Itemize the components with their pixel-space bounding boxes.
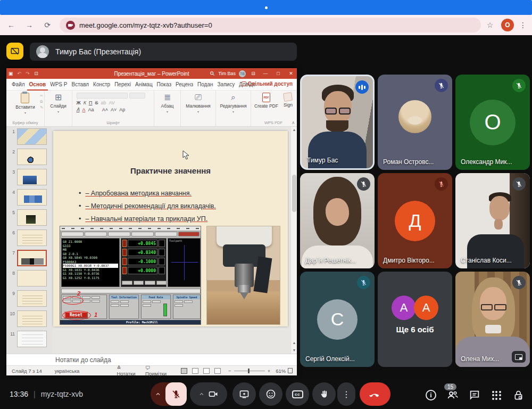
browser-menu-icon[interactable]: ⋮ [517, 21, 529, 29]
tile-oleksandr[interactable]: O Олександр Мик... [455, 75, 530, 170]
ppt-menu-tab[interactable]: Реценз [173, 79, 195, 91]
mic-options-chevron-icon[interactable] [151, 391, 165, 397]
forward-icon[interactable]: → [22, 18, 36, 32]
activities-button[interactable] [490, 389, 503, 402]
slide-thumbnail[interactable]: 4 [9, 189, 52, 206]
ppt-menu-tab[interactable]: Файл [10, 79, 27, 91]
tile-serhii[interactable]: C Сергій Олексій... [300, 272, 375, 367]
tile-darya[interactable]: Дар`я Решетнік... [300, 173, 375, 268]
slideshow-view-icon[interactable] [214, 368, 221, 374]
tile-stanislav[interactable]: Станіслав Коси... [455, 173, 530, 268]
mic-button[interactable] [151, 382, 187, 406]
slide-thumbnail[interactable]: 5 [9, 209, 52, 226]
sorter-view-icon[interactable] [192, 368, 198, 374]
paste-button[interactable]: Вставити▾ [15, 93, 35, 114]
picture-in-picture-icon[interactable] [512, 351, 526, 363]
slide-thumbnail-image[interactable] [17, 169, 47, 185]
sign-button[interactable]: Sign [284, 93, 293, 109]
ppt-menu-tab[interactable]: Вставл [69, 79, 91, 91]
ppt-menu-tab[interactable]: Констр [91, 79, 112, 91]
save-icon[interactable]: ▣ [6, 71, 15, 76]
raise-hand-button[interactable] [312, 382, 336, 406]
slideshow-icon[interactable]: ⊡ [32, 71, 40, 76]
slide-thumbnail[interactable]: 1 [9, 128, 52, 145]
slides-button[interactable]: ⊞ Слайди▾ [50, 93, 66, 113]
bookmark-star-icon[interactable]: ☆ [483, 21, 497, 29]
notes-toggle[interactable]: ≙ Нотатки [117, 365, 137, 377]
tile-olena[interactable]: Олена Мих... [455, 272, 530, 367]
normal-view-icon[interactable] [181, 368, 187, 374]
participants-button[interactable]: 15 [446, 389, 459, 402]
slide-thumbnail[interactable]: 6 [9, 230, 52, 246]
share-access-button[interactable]: Спільний доступ [242, 81, 293, 87]
ppt-menu-tab[interactable]: Основ [27, 79, 48, 91]
back-icon[interactable]: ← [4, 18, 18, 32]
slide-thumbnail[interactable]: 10 [9, 310, 52, 327]
search-icon[interactable] [210, 71, 215, 76]
more-options-button[interactable]: ⋮ [337, 382, 355, 406]
camera-options-chevron-icon[interactable] [198, 391, 205, 397]
slide-thumbnail-image[interactable] [17, 230, 47, 246]
url-bar[interactable]: meet.google.com/myz-tqtz-xvb?authuser=0 [60, 18, 481, 32]
ppt-menu-tab[interactable]: Перехі [112, 79, 133, 91]
slide-thumbnail[interactable]: 2 [9, 149, 52, 165]
stop-presenting-button[interactable] [6, 43, 23, 60]
paragraph-button[interactable]: ≣ Абзац▾ [161, 93, 174, 113]
browser-tab[interactable]: T [321, 2, 342, 15]
cut-copy-icons[interactable]: ✂⧉✎ [40, 94, 43, 110]
font-size-input[interactable] [129, 93, 145, 99]
font-extra-buttons[interactable]: 𝐴ААаA˄A˅Ap [77, 107, 150, 113]
language-indicator[interactable]: українська [55, 368, 80, 374]
browser-profile-avatar[interactable]: O [501, 19, 514, 31]
slide-notes-area[interactable]: Нотатки до слайда [6, 354, 297, 365]
tile-tymur-bas[interactable]: Тимур Бас [300, 75, 375, 170]
ppt-menu-tab[interactable]: Запису [215, 79, 237, 91]
reactions-button[interactable] [259, 382, 282, 406]
ppt-minimize-button[interactable]: — [261, 71, 270, 76]
slide-thumbnail[interactable]: 3 [9, 169, 52, 185]
slide-thumbnail[interactable]: 9 [9, 290, 52, 307]
tile-dmytro[interactable]: Д Дмитро Вікторо... [378, 173, 452, 268]
ppt-account-name[interactable]: Tim Bas [218, 71, 236, 76]
end-call-button[interactable] [360, 382, 390, 406]
slide-thumbnail-image[interactable] [17, 250, 47, 266]
slide-thumbnail-image[interactable] [17, 189, 47, 206]
slide-thumbnail[interactable]: 7 [9, 250, 52, 266]
ribbon-collapse-icon[interactable]: ∧ [292, 120, 295, 125]
slide-thumbnail[interactable]: 8 [9, 270, 52, 287]
host-controls-button[interactable] [512, 389, 525, 402]
fit-slide-icon[interactable] [288, 368, 293, 373]
ppt-menu-tab[interactable]: Анімац [133, 79, 155, 91]
mic-off-icon[interactable] [165, 382, 187, 406]
editing-button[interactable]: ⌕ Редагування▾ [220, 93, 246, 113]
ppt-maximize-button[interactable]: □ [273, 71, 283, 76]
font-name-input[interactable] [77, 93, 128, 99]
zoom-slider[interactable]: −+ [228, 368, 270, 374]
create-pdf-button[interactable]: Create PDF [254, 93, 278, 109]
tile-roman[interactable]: Роман Островс... [378, 75, 452, 170]
camera-button[interactable] [190, 382, 227, 406]
slide-scrollbar[interactable]: ▲ ▲ ▼ [290, 127, 297, 354]
ppt-account-avatar[interactable]: TB [239, 70, 246, 77]
ppt-close-button[interactable]: ✕ [286, 71, 296, 76]
slide-thumbnail-image[interactable] [17, 310, 47, 327]
meeting-details-button[interactable]: i [425, 389, 437, 402]
view-buttons[interactable] [181, 368, 221, 374]
slide-thumbnail-image[interactable] [17, 270, 47, 287]
slide-thumbnail-image[interactable] [17, 331, 47, 347]
reading-view-icon[interactable] [203, 368, 210, 374]
camera-icon[interactable] [208, 389, 219, 399]
chat-button[interactable] [468, 389, 481, 402]
slide-thumbnail[interactable]: 11 [9, 331, 52, 347]
comments-toggle[interactable]: 🗩 Примітки [145, 365, 168, 377]
slide-thumbnail-image[interactable] [17, 149, 47, 165]
slide-thumbnail-image[interactable] [17, 128, 47, 145]
captions-button[interactable]: cc [286, 382, 309, 406]
ribbon-options-icon[interactable]: ⊟ [249, 71, 257, 76]
current-slide[interactable]: Практичне значення •– Апробована методик… [53, 131, 288, 326]
ppt-menu-tab[interactable]: Показ [155, 79, 173, 91]
present-screen-button[interactable] [232, 382, 256, 406]
tile-more-participants[interactable]: A A Ще 6 осіб [378, 272, 452, 367]
slide-thumbnail-image[interactable] [17, 290, 47, 307]
redo-icon[interactable]: ↷ [23, 71, 32, 76]
